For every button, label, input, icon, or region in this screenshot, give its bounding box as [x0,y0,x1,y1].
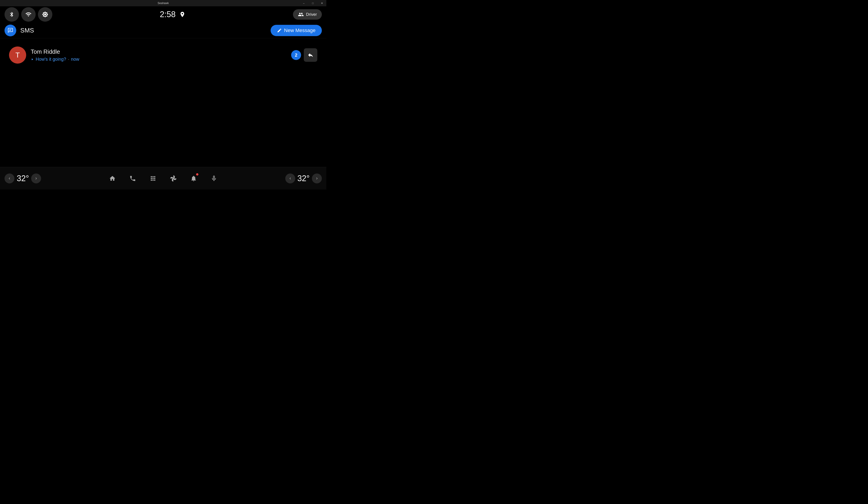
location-icon [179,11,186,18]
message-list: T Tom Riddle How's it going? · now 2 [0,38,326,72]
message-info: Tom Riddle How's it going? · now [31,48,287,62]
avatar: T [9,46,26,64]
bottom-bar: 32° [0,167,326,189]
pencil-icon [277,28,282,33]
status-center: 2:58 [55,10,291,19]
temp-right-value: 32° [298,174,310,183]
apps-button[interactable] [147,173,159,184]
brightness-button[interactable] [38,7,52,22]
title-bar: Seahawk – □ ✕ [0,0,326,6]
apps-icon [149,175,156,182]
new-message-button[interactable]: New Message [271,25,322,36]
close-button[interactable]: ✕ [317,0,326,6]
reply-icon [307,52,314,58]
phone-button[interactable] [127,173,138,184]
brightness-icon [42,11,48,18]
message-time: now [71,56,80,62]
svg-rect-1 [9,30,11,30]
microphone-button[interactable] [208,173,220,184]
hvac-button[interactable] [168,173,179,184]
chevron-left-icon-right [288,176,292,180]
reply-button[interactable] [304,48,317,62]
driver-label: Driver [306,12,317,17]
status-bar: 2:58 Driver [0,6,326,23]
chevron-left-icon [8,176,11,180]
unread-badge: 2 [291,50,301,60]
message-dot: · [68,56,69,62]
window-controls: – □ ✕ [299,0,326,6]
wifi-icon [25,11,32,18]
wifi-button[interactable] [21,7,36,22]
driver-icon [298,11,304,17]
temp-left: 32° [4,174,50,183]
mic-icon [210,175,217,182]
message-item[interactable]: T Tom Riddle How's it going? · now 2 [7,43,320,67]
notification-dot [196,173,198,176]
home-button[interactable] [107,173,118,184]
new-message-label: New Message [284,28,316,33]
temp-left-up-button[interactable] [31,174,41,183]
message-preview: How's it going? · now [31,56,287,62]
temp-right-up-button[interactable] [312,174,322,183]
temp-left-value: 32° [17,174,29,183]
minimize-button[interactable]: – [299,0,308,6]
nav-center [50,173,277,184]
bluetooth-button[interactable] [4,7,19,22]
fan-icon [170,175,177,182]
bluetooth-icon [9,11,15,17]
driver-button[interactable]: Driver [293,9,322,20]
chevron-right-icon [34,176,38,180]
temp-left-down-button[interactable] [4,174,14,183]
bell-icon [190,175,197,182]
svg-rect-0 [9,29,12,30]
window-title: Seahawk [157,2,168,5]
home-icon [109,175,116,182]
maximize-button[interactable]: □ [308,0,317,6]
temp-right: 32° [277,174,322,183]
notifications-button[interactable] [188,173,199,184]
sms-label: SMS [20,27,34,34]
message-actions: 2 [291,48,317,62]
play-icon [31,58,34,61]
sms-icon [4,24,16,36]
phone-icon [129,175,136,182]
sms-title-area: SMS [4,24,34,36]
chat-icon [8,28,13,33]
clock: 2:58 [160,10,176,19]
preview-text: How's it going? [36,56,66,62]
temp-right-down-button[interactable] [285,174,295,183]
chevron-right-icon-right [315,176,319,180]
sms-header: SMS New Message [0,23,326,38]
contact-name: Tom Riddle [31,48,287,55]
